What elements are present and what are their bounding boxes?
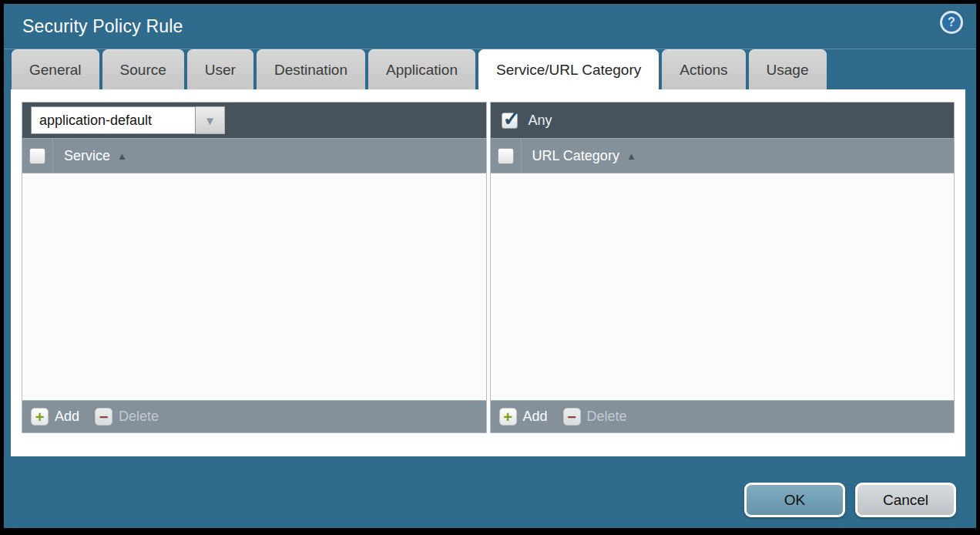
- cancel-button[interactable]: Cancel: [855, 483, 956, 517]
- service-panel: application-default ▼ Service ▲: [22, 102, 487, 433]
- tab-general[interactable]: General: [12, 49, 99, 89]
- url-category-delete-button[interactable]: − Delete: [563, 408, 627, 426]
- url-category-add-button[interactable]: + Add: [499, 408, 548, 426]
- titlebar: Security Policy Rule ?: [4, 4, 976, 49]
- service-panel-footer: + Add − Delete: [22, 400, 486, 432]
- service-column-header: Service ▲: [22, 138, 486, 173]
- delete-icon: −: [95, 408, 112, 426]
- sort-asc-icon: ▲: [117, 151, 127, 161]
- tab-destination[interactable]: Destination: [257, 49, 365, 89]
- service-list: [22, 173, 486, 400]
- delete-icon: −: [563, 408, 581, 426]
- ok-button[interactable]: OK: [744, 483, 845, 517]
- url-category-select-all-cell: [491, 139, 522, 173]
- tab-source[interactable]: Source: [102, 49, 184, 89]
- help-icon[interactable]: ?: [942, 13, 961, 32]
- service-select-all-cell: [22, 139, 53, 173]
- service-panel-header: application-default ▼: [22, 103, 486, 138]
- url-category-panel-footer: + Add − Delete: [491, 400, 955, 432]
- page-title: Security Policy Rule: [22, 16, 183, 37]
- tab-user[interactable]: User: [187, 49, 253, 89]
- service-type-dropdown[interactable]: application-default ▼: [31, 106, 225, 134]
- url-category-panel: Any URL Category ▲ + Add −: [490, 102, 955, 433]
- tab-actions[interactable]: Actions: [662, 49, 745, 89]
- tab-application[interactable]: Application: [368, 49, 475, 89]
- any-checkbox[interactable]: [502, 113, 518, 129]
- chevron-down-icon: ▼: [204, 114, 216, 127]
- service-select-all-checkbox[interactable]: [29, 148, 45, 164]
- service-delete-button[interactable]: − Delete: [95, 408, 159, 426]
- url-category-column-header: URL Category ▲: [491, 138, 955, 173]
- any-label: Any: [529, 113, 552, 129]
- sort-asc-icon: ▲: [626, 151, 636, 161]
- service-type-dropdown-value[interactable]: application-default: [31, 106, 196, 134]
- url-category-select-all-checkbox[interactable]: [498, 148, 514, 164]
- url-category-panel-header: Any: [491, 103, 955, 138]
- tab-service-url-category[interactable]: Service/URL Category: [478, 49, 659, 89]
- tab-content: application-default ▼ Service ▲: [11, 89, 965, 456]
- url-category-column-label[interactable]: URL Category: [532, 148, 619, 164]
- service-column-label[interactable]: Service: [64, 148, 110, 164]
- dialog-button-row: OK Cancel: [744, 483, 956, 517]
- security-policy-rule-dialog: Security Policy Rule ? General Source Us…: [4, 4, 976, 528]
- url-category-list: [491, 173, 955, 400]
- add-icon: +: [31, 408, 49, 426]
- tab-bar: General Source User Destination Applicat…: [4, 49, 976, 89]
- service-add-button[interactable]: + Add: [31, 408, 79, 426]
- service-type-dropdown-button[interactable]: ▼: [196, 106, 225, 134]
- tab-usage[interactable]: Usage: [749, 49, 827, 89]
- add-icon: +: [499, 408, 517, 426]
